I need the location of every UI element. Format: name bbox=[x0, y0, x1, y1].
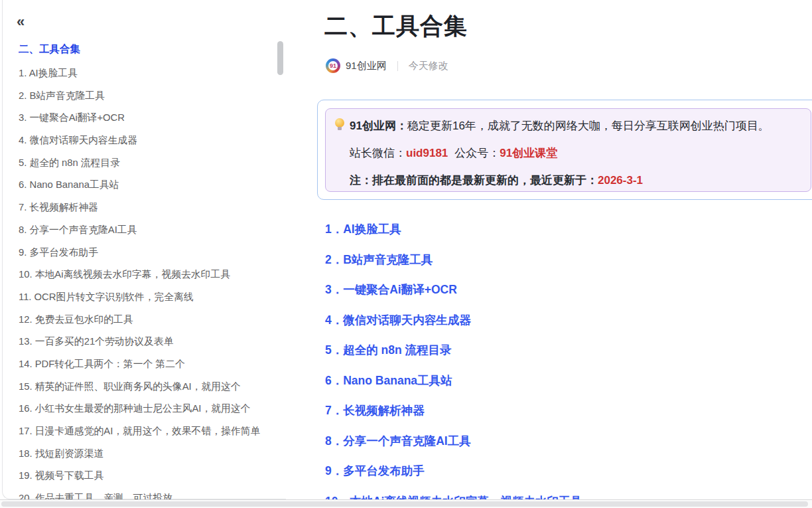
sidebar-toc-item[interactable]: 10. 本地Ai离线视频去水印字幕，视频去水印工具 bbox=[19, 264, 277, 286]
tool-link-list: 1．AI换脸工具2．B站声音克隆工具3．一键聚合Ai翻译+OCR4．微信对话聊天… bbox=[325, 221, 582, 500]
sidebar-toc-title[interactable]: 二、工具合集 bbox=[19, 42, 80, 56]
content-area: « 二、工具合集 1. AI换脸工具2. B站声音克隆工具3. 一键聚合Ai翻译… bbox=[0, 0, 812, 500]
sidebar-toc-item[interactable]: 7. 长视频解析神器 bbox=[19, 197, 277, 219]
tool-link[interactable]: 5．超全的 n8n 流程目录 bbox=[325, 342, 582, 373]
sidebar-toc-item[interactable]: 12. 免费去豆包水印的工具 bbox=[19, 309, 277, 331]
sidebar-toc-item[interactable]: 15. 精英的证件照、职业商务风的头像AI，就用这个 bbox=[19, 376, 277, 398]
tool-link[interactable]: 1．AI换脸工具 bbox=[325, 221, 582, 252]
tool-link[interactable]: 4．微信对话聊天内容生成器 bbox=[325, 312, 582, 343]
sidebar-toc-item[interactable]: 6. Nano Banana工具站 bbox=[19, 174, 277, 197]
sidebar-toc-item[interactable]: 13. 一百多买的21个劳动协议及表单 bbox=[19, 331, 277, 353]
sidebar-toc-item[interactable]: 11. OCR图片转文字识别软件，完全离线 bbox=[19, 286, 277, 309]
byline-divider bbox=[397, 61, 398, 71]
callout-site-name: 91创业网： bbox=[350, 120, 407, 132]
tool-link[interactable]: 6．Nano Banana工具站 bbox=[325, 373, 582, 403]
wechat-label: 站长微信： bbox=[350, 147, 406, 159]
callout-line-1: 91创业网：稳定更新16年，成就了无数的网络大咖，每日分享互联网创业热门项目。 bbox=[334, 118, 800, 135]
callout-outer-box: 91创业网：稳定更新16年，成就了无数的网络大咖，每日分享互联网创业热门项目。 … bbox=[317, 100, 812, 200]
wechat-id: uid9181 bbox=[406, 147, 448, 159]
horizontal-scrollbar-thumb[interactable] bbox=[1, 501, 808, 507]
tool-link[interactable]: 2．B站声音克隆工具 bbox=[325, 252, 582, 282]
official-account-name: 91创业课堂 bbox=[500, 147, 557, 159]
sidebar-toc-item[interactable]: 17. 日漫卡通感觉的AI，就用这个，效果不错，操作简单 bbox=[19, 420, 277, 443]
tool-link[interactable]: 3．一键聚合Ai翻译+OCR bbox=[325, 282, 582, 312]
modified-time: 今天修改 bbox=[409, 60, 448, 72]
author-name[interactable]: 91创业网 bbox=[346, 60, 387, 72]
update-date: 2026-3-1 bbox=[598, 174, 643, 187]
callout-line-2: 站长微信：uid9181公众号：91创业课堂 bbox=[350, 145, 800, 162]
sidebar-toc-item[interactable]: 2. B站声音克隆工具 bbox=[19, 85, 277, 108]
callout-box: 91创业网：稳定更新16年，成就了无数的网络大咖，每日分享互联网创业热门项目。 … bbox=[325, 108, 811, 192]
tool-link[interactable]: 7．长视频解析神器 bbox=[325, 402, 582, 433]
sidebar: « 二、工具合集 1. AI换脸工具2. B站声音克隆工具3. 一键聚合Ai翻译… bbox=[2, 0, 286, 499]
official-account-label: 公众号： bbox=[454, 147, 500, 159]
sidebar-toc-item[interactable]: 1. AI换脸工具 bbox=[19, 62, 277, 85]
sidebar-toc-item[interactable]: 16. 小红书女生最爱的那种迪士尼公主风AI，就用这个 bbox=[19, 398, 277, 420]
sidebar-toc-list: 1. AI换脸工具2. B站声音克隆工具3. 一键聚合Ai翻译+OCR4. 微信… bbox=[19, 62, 277, 500]
collapse-sidebar-icon[interactable]: « bbox=[17, 15, 25, 29]
page-title: 二、工具合集 bbox=[324, 11, 468, 42]
sidebar-toc-item[interactable]: 18. 找短剧资源渠道 bbox=[19, 443, 277, 466]
byline: 91 91创业网 今天修改 bbox=[326, 58, 448, 74]
sidebar-toc-item[interactable]: 8. 分享一个声音克隆AI工具 bbox=[19, 219, 277, 242]
lightbulb-icon bbox=[334, 118, 345, 131]
callout-site-desc: 稳定更新16年，成就了无数的网络大咖，每日分享互联网创业热门项目。 bbox=[407, 120, 770, 132]
sidebar-toc-item[interactable]: 4. 微信对话聊天内容生成器 bbox=[19, 129, 277, 152]
update-note: 注：排在最前面的都是最新更新的，最近更新于： bbox=[350, 174, 598, 187]
sidebar-toc-item[interactable]: 5. 超全的 n8n 流程目录 bbox=[19, 152, 277, 175]
sidebar-toc-item[interactable]: 3. 一键聚合Ai翻译+OCR bbox=[19, 107, 277, 129]
sidebar-toc-item[interactable]: 9. 多平台发布助手 bbox=[19, 242, 277, 264]
tool-link[interactable]: 8．分享一个声音克隆AI工具 bbox=[325, 433, 582, 464]
sidebar-scrollbar-thumb[interactable] bbox=[277, 41, 283, 75]
author-avatar: 91 bbox=[326, 58, 340, 73]
tool-link[interactable]: 9．多平台发布助手 bbox=[325, 463, 582, 493]
page: « 二、工具合集 1. AI换脸工具2. B站声音克隆工具3. 一键聚合Ai翻译… bbox=[0, 0, 812, 508]
sidebar-toc-item[interactable]: 20. 作品去重工具，亲测，可过投放 bbox=[19, 487, 277, 500]
sidebar-toc-item[interactable]: 19. 视频号下载工具 bbox=[19, 465, 277, 487]
callout-line-3: 注：排在最前面的都是最新更新的，最近更新于：2026-3-1 bbox=[350, 172, 800, 189]
horizontal-scrollbar[interactable] bbox=[0, 500, 812, 508]
sidebar-toc-item[interactable]: 14. PDF转化工具两个：第一个 第二个 bbox=[19, 353, 277, 376]
